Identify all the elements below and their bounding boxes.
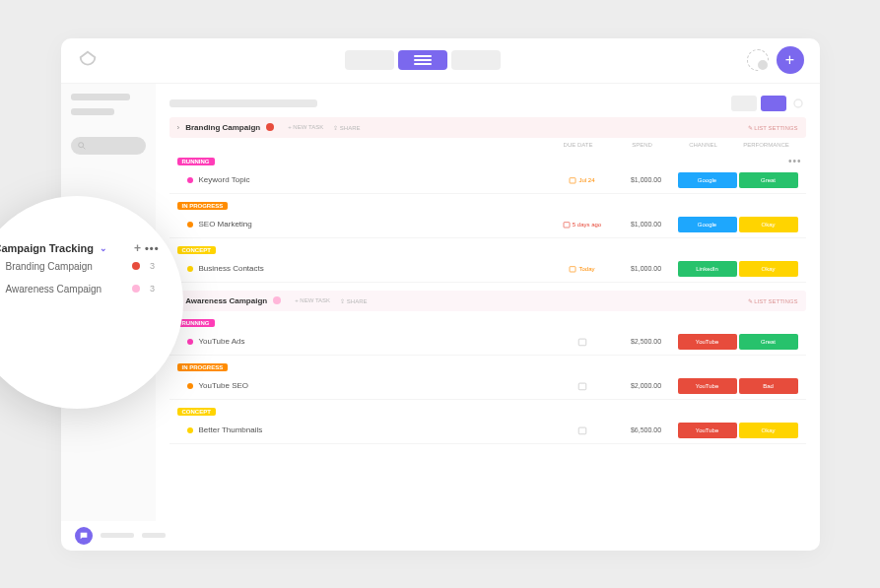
chevron-down-icon[interactable]: ⌄: [100, 243, 107, 253]
list-settings-link[interactable]: ✎ LIST SETTINGS: [748, 297, 798, 304]
tag-chip[interactable]: Great: [739, 334, 798, 350]
calendar-icon: [569, 265, 576, 273]
status-tag[interactable]: IN PROGRESS: [177, 363, 229, 371]
task-name: SEO Marketing: [199, 220, 548, 229]
group-title: Branding Campaign: [185, 123, 260, 132]
chat-icon: [79, 531, 89, 541]
count-badge: 3: [146, 261, 160, 271]
due-date[interactable]: [548, 337, 617, 347]
svg-point-0: [78, 142, 83, 147]
due-date[interactable]: 5 days ago: [548, 221, 617, 229]
task-row[interactable]: •••Keyword TopicJul 24$1,000.00GoogleGre…: [169, 167, 806, 194]
spend-value[interactable]: $2,000.00: [617, 382, 676, 389]
task-row[interactable]: Business ContactsToday$1,000.00LinkedInO…: [169, 256, 806, 283]
spend-value[interactable]: $6,500.00: [617, 426, 676, 433]
tag-chip[interactable]: LinkedIn: [678, 261, 737, 277]
svg-point-2: [794, 99, 802, 107]
tag-chip[interactable]: YouTube: [678, 334, 737, 350]
tab-placeholder[interactable]: [345, 50, 394, 70]
due-date[interactable]: Today: [548, 265, 617, 273]
due-date[interactable]: [548, 425, 617, 435]
task-name: YouTube SEO: [199, 381, 548, 390]
status-bullet: [187, 427, 193, 433]
tag-chip[interactable]: Google: [678, 217, 737, 232]
status-bullet: [187, 222, 193, 228]
due-date[interactable]: Jul 24: [548, 176, 617, 184]
new-task-link[interactable]: + NEW TASK: [295, 297, 330, 304]
task-row[interactable]: Better Thumbnails$6,500.00YouTubeOkay: [169, 418, 806, 444]
share-link[interactable]: ⇪ SHARE: [340, 297, 367, 304]
footer-placeholder: [142, 533, 166, 538]
svg-rect-7: [578, 383, 586, 390]
logo-icon: [77, 49, 99, 71]
spend-value[interactable]: $1,000.00: [617, 176, 676, 183]
calendar-icon: [563, 221, 571, 229]
breadcrumb-placeholder: [169, 99, 317, 107]
spend-value[interactable]: $1,000.00: [617, 265, 676, 272]
tag-chip[interactable]: Okay: [739, 217, 798, 232]
footer-placeholder: [101, 533, 134, 538]
search-icon: [77, 141, 87, 151]
tag-chip[interactable]: Bad: [739, 378, 798, 394]
status-tag[interactable]: RUNNING: [177, 158, 215, 165]
toolbar-btn-active[interactable]: [761, 96, 786, 111]
sidebar-item-placeholder[interactable]: [71, 108, 114, 115]
calendar-icon[interactable]: [577, 381, 587, 391]
new-task-link[interactable]: + NEW TASK: [288, 124, 323, 131]
chat-button[interactable]: [75, 527, 93, 545]
status-tag[interactable]: IN PROGRESS: [177, 202, 229, 210]
status-tag[interactable]: RUNNING: [177, 319, 215, 327]
tag-chip[interactable]: YouTube: [678, 378, 737, 394]
status-tag[interactable]: CONCEPT: [177, 408, 216, 416]
tag-chip[interactable]: Google: [678, 172, 737, 188]
share-link[interactable]: ⇪ SHARE: [333, 124, 360, 131]
calendar-icon[interactable]: [577, 337, 587, 347]
sidebar-list-item[interactable]: Branding Campaign3: [0, 255, 160, 278]
toolbar: [169, 96, 806, 111]
group-header[interactable]: ›Branding Campaign+ NEW TASK⇪ SHARE✎ LIS…: [169, 117, 806, 138]
status-bullet: [187, 177, 193, 183]
tab-list-view[interactable]: [398, 50, 447, 70]
sidebar-item-placeholder[interactable]: [71, 94, 130, 100]
task-name: Business Contacts: [199, 264, 548, 273]
sidebar-list-item[interactable]: Awareness Campaign3: [0, 278, 160, 300]
status-dot: [132, 285, 140, 293]
tag-chip[interactable]: Okay: [739, 423, 798, 438]
toolbar-btn[interactable]: [731, 96, 757, 111]
group-title: Awareness Campaign: [185, 296, 267, 305]
status-bullet: [187, 383, 193, 389]
tab-placeholder[interactable]: [451, 50, 501, 70]
status-dot: [132, 262, 140, 270]
search-input[interactable]: [71, 137, 146, 155]
task-row[interactable]: YouTube SEO$2,000.00YouTubeBad: [169, 373, 806, 400]
spend-value[interactable]: $2,500.00: [617, 338, 676, 345]
zoom-title[interactable]: Campaign Tracking: [0, 242, 94, 254]
calendar-icon[interactable]: [577, 425, 587, 435]
tag-chip[interactable]: Okay: [739, 261, 798, 277]
list-label: Awareness Campaign: [6, 284, 102, 294]
task-group: ›Awareness Campaign+ NEW TASK⇪ SHARE✎ LI…: [169, 291, 806, 444]
count-badge: 3: [146, 284, 160, 294]
task-row[interactable]: SEO Marketing5 days ago$1,000.00GoogleOk…: [169, 212, 806, 238]
avatar-add[interactable]: [747, 49, 769, 71]
tag-chip[interactable]: Great: [739, 172, 798, 188]
gear-icon[interactable]: [790, 96, 806, 111]
group-header[interactable]: ›Awareness Campaign+ NEW TASK⇪ SHARE✎ LI…: [169, 291, 806, 311]
spend-value[interactable]: $1,000.00: [617, 221, 676, 228]
svg-rect-5: [570, 266, 575, 271]
app-window: + ›Branding Campaign+ NEW TASK⇪ SHARE✎ L…: [61, 38, 820, 551]
more-icon[interactable]: •••: [788, 156, 802, 166]
status-tag[interactable]: CONCEPT: [177, 246, 216, 254]
svg-rect-8: [578, 427, 586, 434]
add-list-button[interactable]: +: [134, 241, 141, 255]
due-date[interactable]: [548, 381, 617, 391]
list-icon: [414, 55, 432, 65]
more-icon[interactable]: •••: [145, 242, 160, 254]
list-label: Branding Campaign: [6, 261, 93, 272]
tag-chip[interactable]: YouTube: [678, 423, 737, 438]
calendar-icon: [569, 176, 576, 184]
create-button[interactable]: +: [777, 46, 804, 74]
task-row[interactable]: YouTube Ads$2,500.00YouTubeGreat: [169, 329, 806, 356]
list-settings-link[interactable]: ✎ LIST SETTINGS: [748, 124, 798, 131]
svg-line-1: [83, 147, 85, 149]
